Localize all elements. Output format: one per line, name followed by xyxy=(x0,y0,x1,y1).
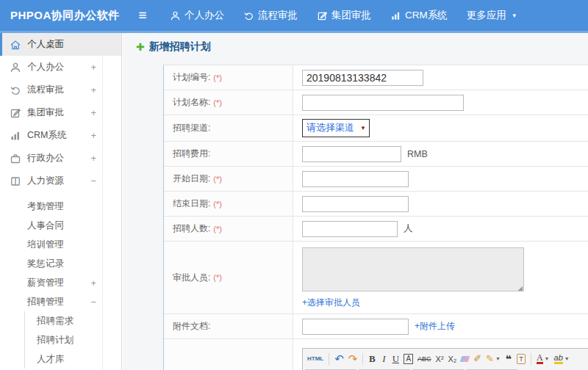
sidebar-item-rewards[interactable]: 奖惩记录 xyxy=(0,254,121,273)
autotypeset-button[interactable]: A xyxy=(401,352,415,366)
sidebar-item-talent-pool[interactable]: 人才库 xyxy=(25,349,121,369)
sidebar-item-label: 集团审批 xyxy=(27,106,64,119)
channel-select[interactable]: 请选择渠道 ▼ xyxy=(302,119,370,137)
sidebar-item-salary[interactable]: 薪资管理 + xyxy=(0,273,121,292)
form-row-headcount: 招聘人数: (*) 人 xyxy=(164,217,588,242)
undo-icon[interactable]: ↶ xyxy=(332,352,346,366)
sidebar-item-label: 行政办公 xyxy=(27,152,64,164)
caret-down-icon: ▼ xyxy=(495,356,501,361)
start-date-input[interactable] xyxy=(302,171,409,187)
collapse-icon[interactable]: − xyxy=(90,297,96,308)
blockquote-icon[interactable]: ❝ xyxy=(503,352,514,366)
required-marker: (*) xyxy=(213,200,222,208)
toolbar-separator xyxy=(531,353,531,365)
sidebar-item-label: 奖惩记录 xyxy=(27,258,64,270)
home-icon xyxy=(10,39,21,51)
required-marker: (*) xyxy=(213,175,222,184)
nav-item-label: CRM系统 xyxy=(405,9,448,22)
strikethrough-button[interactable]: ABC xyxy=(415,352,434,366)
sidebar-item-hr-contract[interactable]: 人事合同 xyxy=(0,216,121,235)
nav-item-label: 流程审批 xyxy=(258,9,298,22)
channel-select-value: 请选择渠道 xyxy=(306,121,354,134)
sidebar-item-recruitment[interactable]: 招聘管理 − xyxy=(0,292,121,311)
top-navbar: PHPOA协同办公软件 ≡ 个人办公 流程审批 集团审批 CRM系统 更多应用 … xyxy=(0,0,588,33)
superscript-button[interactable]: X² xyxy=(434,352,446,366)
attachment-upload-link[interactable]: +附件上传 xyxy=(415,320,455,333)
expand-icon[interactable]: + xyxy=(90,130,96,141)
expand-icon[interactable]: + xyxy=(90,278,96,289)
unit-suffix: 人 xyxy=(404,222,413,235)
sidebar-item-training[interactable]: 培训管理 xyxy=(0,235,121,254)
headcount-input[interactable] xyxy=(302,221,398,237)
form-row-plan-name: 计划名称: (*) xyxy=(164,90,588,115)
bar-chart-icon xyxy=(390,10,401,21)
underline-button[interactable]: U xyxy=(390,352,401,366)
expand-icon[interactable]: + xyxy=(90,84,96,95)
bold-button[interactable]: B xyxy=(366,352,378,366)
select-approvers-link[interactable]: +选择审批人员 xyxy=(302,297,360,309)
resize-handle-icon[interactable]: ◢ xyxy=(518,285,523,291)
subscript-button[interactable]: X₂ xyxy=(446,352,459,366)
nav-item-label: 个人办公 xyxy=(184,9,224,22)
sidebar-item-label: 流程审批 xyxy=(27,84,64,96)
expand-icon[interactable]: + xyxy=(90,153,96,164)
field-label: 招聘人数: xyxy=(173,222,210,235)
redo-icon[interactable]: ↷ xyxy=(346,352,360,366)
approvers-textarea[interactable] xyxy=(302,247,524,291)
form-row-cost: 招聘费用: RMB xyxy=(164,142,588,167)
format-brush-icon[interactable]: ✐ xyxy=(471,352,484,366)
required-marker: (*) xyxy=(213,273,222,282)
plan-number-input[interactable] xyxy=(302,70,423,86)
italic-button[interactable]: I xyxy=(378,352,390,366)
book-icon xyxy=(10,175,21,187)
recruitment-submenu: 招聘需求 招聘计划 人才库 xyxy=(24,311,121,369)
form-row-channel: 招聘渠道: 请选择渠道 ▼ xyxy=(164,115,588,142)
sidebar-item-admin-office[interactable]: 行政办公 + xyxy=(0,147,121,170)
nav-item-process-approval[interactable]: 流程审批 xyxy=(243,9,298,22)
caret-down-icon: ▼ xyxy=(545,356,550,361)
sidebar-item-crm[interactable]: CRM系统 + xyxy=(0,124,121,147)
sidebar-item-label: 薪资管理 xyxy=(27,277,64,289)
background-color-button[interactable]: ab▼ xyxy=(552,352,572,366)
nav-item-group-approval[interactable]: 集团审批 xyxy=(317,9,371,22)
font-color-button[interactable]: A▼ xyxy=(534,352,552,366)
plan-name-input[interactable] xyxy=(302,95,464,111)
nav-item-more-apps[interactable]: 更多应用 ▼ xyxy=(467,9,517,22)
editor-row-label xyxy=(164,339,293,370)
sidebar-item-label: 个人办公 xyxy=(27,61,64,73)
expand-icon[interactable]: + xyxy=(90,107,96,118)
end-date-input[interactable] xyxy=(302,196,409,212)
main-content: ✚ 新增招聘计划 计划编号: (*) 计划名称: (*) 招聘渠道: xyxy=(123,33,588,370)
eraser-icon[interactable] xyxy=(459,352,471,366)
top-menu: 个人办公 流程审批 集团审批 CRM系统 更多应用 ▼ xyxy=(170,9,537,22)
cost-input[interactable] xyxy=(302,146,401,162)
process-icon xyxy=(10,84,21,96)
nav-item-crm[interactable]: CRM系统 xyxy=(390,9,448,22)
sidebar-item-recruit-plan[interactable]: 招聘计划 xyxy=(25,330,121,349)
hr-submenu: 考勤管理 人事合同 培训管理 奖惩记录 薪资管理 + 招聘管理 − 招聘需求 招… xyxy=(0,192,121,369)
sidebar-item-recruit-demand[interactable]: 招聘需求 xyxy=(25,311,121,330)
toolbar-separator xyxy=(329,353,329,365)
hamburger-icon[interactable]: ≡ xyxy=(135,7,151,23)
sidebar-item-group-approval[interactable]: 集团审批 + xyxy=(0,101,121,124)
form-row-approvers: 审批人员: (*) ◢ +选择审批人员 xyxy=(164,242,588,314)
toolbar-separator xyxy=(362,353,363,365)
collapse-icon[interactable]: − xyxy=(90,175,96,186)
edit-icon xyxy=(10,107,21,119)
paste-text-icon[interactable]: T xyxy=(514,352,528,366)
sidebar-item-process-approval[interactable]: 流程审批 + xyxy=(0,79,121,101)
sidebar-item-desktop[interactable]: 个人桌面 xyxy=(0,33,121,56)
source-code-button[interactable]: HTML xyxy=(305,352,326,366)
sidebar-item-personal-office[interactable]: 个人办公 + xyxy=(0,56,121,79)
sidebar-item-attendance[interactable]: 考勤管理 xyxy=(0,197,121,216)
nav-item-label: 集团审批 xyxy=(331,9,371,22)
attachment-input[interactable] xyxy=(302,319,409,335)
expand-icon[interactable]: + xyxy=(90,62,96,73)
editor-toolbar: HTML ↶ ↷ B I U A ABC X² X₂ xyxy=(303,349,588,370)
form-row-attachment: 附件文档: +附件上传 xyxy=(164,314,588,339)
field-label: 开始日期: xyxy=(173,173,210,185)
paint-format-icon[interactable]: ✎▼ xyxy=(484,352,503,366)
sidebar-item-label: 招聘计划 xyxy=(37,334,74,347)
sidebar-item-hr[interactable]: 人力资源 − xyxy=(0,170,121,192)
nav-item-personal-office[interactable]: 个人办公 xyxy=(170,9,224,22)
